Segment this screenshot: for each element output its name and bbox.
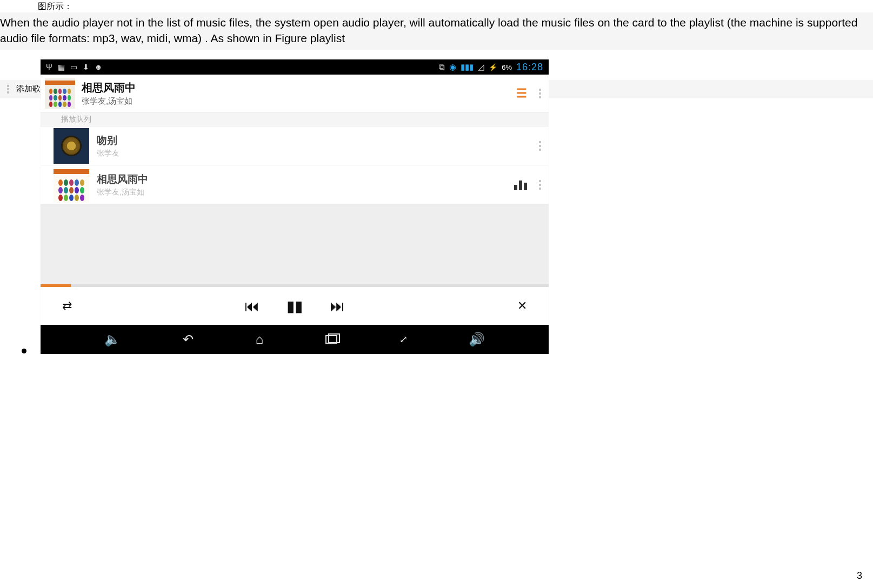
battery-percent: 6% <box>502 63 512 71</box>
track-title: 吻别 <box>97 133 539 148</box>
clock: 16:28 <box>516 62 543 73</box>
expand-button[interactable]: ⤢ <box>399 333 406 345</box>
now-playing-title: 相思风雨中 <box>82 81 516 95</box>
track-text: 吻别张学友 <box>97 133 539 158</box>
now-playing-header[interactable]: 相思风雨中 张学友,汤宝如 ☰ <box>41 75 549 112</box>
track-row[interactable]: 吻别张学友 <box>41 126 549 165</box>
battery-charge-icon: ⚡ <box>489 63 497 71</box>
picture-icon: ▭ <box>70 63 77 71</box>
track-overflow-icon[interactable] <box>539 180 541 190</box>
status-icons-left: Ψ ▦ ▭ ⬇ ☻ <box>46 63 102 71</box>
usb-icon: Ψ <box>46 63 52 71</box>
description-paragraph: When the audio player not in the list of… <box>0 12 873 50</box>
equalizer-icon <box>514 179 527 190</box>
progress-fill <box>41 284 71 287</box>
track-title: 相思风雨中 <box>97 172 514 186</box>
recent-apps-button[interactable] <box>325 335 337 344</box>
next-button[interactable]: ⏭ <box>330 297 345 315</box>
figure-caption-prev: 图所示： <box>0 0 873 12</box>
system-nav-bar: 🔈 ↶ ⌂ ⤢ 🔊 <box>41 325 549 354</box>
overflow-menu-icon <box>3 85 13 93</box>
back-button[interactable]: ↶ <box>183 332 194 347</box>
wifi-icon: ◉ <box>449 62 456 72</box>
now-playing-album-art <box>45 78 75 109</box>
track-album-art <box>54 128 89 164</box>
signal-icon: ▮▮▮ <box>461 62 474 72</box>
shuffle-button[interactable]: ✕ <box>517 299 527 313</box>
playback-controls: ⇄ ⏮ ▮▮ ⏭ ✕ <box>41 287 549 325</box>
track-overflow-icon[interactable] <box>539 141 541 151</box>
track-artist: 张学友,汤宝如 <box>97 188 514 197</box>
phone-screenshot: Ψ ▦ ▭ ⬇ ☻ ⧉ ◉ ▮▮▮ ◿ ⚡ 6% 16:28 相思风雨中 张学友… <box>41 59 549 354</box>
loop-button[interactable]: ⇄ <box>62 299 72 313</box>
bullet-marker <box>22 349 26 353</box>
now-playing-artist: 张学友,汤宝如 <box>82 96 516 106</box>
status-bar: Ψ ▦ ▭ ⬇ ☻ ⧉ ◉ ▮▮▮ ◿ ⚡ 6% 16:28 <box>41 59 549 75</box>
track-artist: 张学友 <box>97 149 539 158</box>
android-icon: ☻ <box>95 63 103 71</box>
page-number: 3 <box>857 570 862 582</box>
track-text: 相思风雨中张学友,汤宝如 <box>97 172 514 197</box>
now-playing-text: 相思风雨中 张学友,汤宝如 <box>82 81 516 106</box>
volume-down-button[interactable]: 🔈 <box>104 332 121 347</box>
queue-header: 播放队列 <box>41 112 549 126</box>
overflow-menu-icon[interactable] <box>539 89 541 98</box>
playlist-icon[interactable]: ☰ <box>516 86 527 101</box>
previous-button[interactable]: ⏮ <box>244 297 259 315</box>
volume-up-button[interactable]: 🔊 <box>469 332 485 347</box>
download-icon: ⬇ <box>83 63 89 71</box>
progress-bar[interactable] <box>41 284 549 287</box>
debug-icon: ▦ <box>58 63 65 71</box>
track-row[interactable]: 相思风雨中张学友,汤宝如 <box>41 165 549 204</box>
track-album-art <box>54 167 89 203</box>
pause-button[interactable]: ▮▮ <box>286 297 303 315</box>
home-button[interactable]: ⌂ <box>256 332 264 347</box>
queue-empty-area <box>41 204 549 287</box>
bluetooth-icon: ⧉ <box>439 62 445 72</box>
status-icons-right: ⧉ ◉ ▮▮▮ ◿ ⚡ 6% 16:28 <box>439 62 543 73</box>
no-sim-icon: ◿ <box>478 62 484 72</box>
